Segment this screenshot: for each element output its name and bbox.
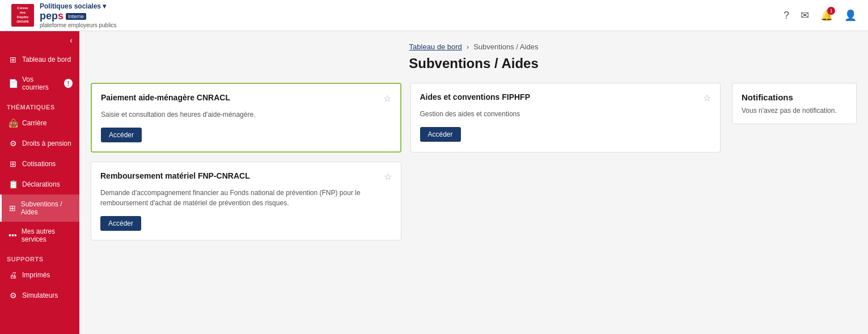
tableau-icon: ⊞ — [9, 55, 18, 64]
star-icon[interactable]: ☆ — [384, 171, 392, 182]
card-description: Gestion des aides et conventions — [420, 109, 712, 119]
cards-container: Paiement aide-ménagère CNRACL ☆ Saisie e… — [91, 83, 721, 240]
peps-logo-top: Politiques sociales ▾ — [40, 2, 117, 10]
peps-brand: peps Interne — [40, 10, 117, 22]
card-header: Paiement aide-ménagère CNRACL ☆ — [101, 93, 391, 104]
sidebar-collapse-btn[interactable]: ‹ — [0, 31, 79, 49]
breadcrumb: Tableau de bord › Subventions / Aides — [91, 43, 857, 51]
courriers-badge: ! — [64, 79, 73, 88]
sidebar-label: Simulateurs — [22, 291, 58, 299]
sidebar-label: Carrière — [22, 119, 46, 127]
notifications-title: Notifications — [742, 92, 847, 102]
header-logo-area: CaissedesDépôtsGROUPE Politiques sociale… — [11, 2, 117, 28]
star-icon[interactable]: ☆ — [703, 92, 711, 103]
content-main: Paiement aide-ménagère CNRACL ☆ Saisie e… — [91, 83, 857, 240]
peps-text: peps — [40, 10, 63, 22]
sidebar-label: Déclarations — [22, 180, 60, 188]
cotisations-icon: ⊞ — [9, 159, 18, 168]
card-description: Demande d'accompagnement financier au Fo… — [100, 188, 392, 208]
breadcrumb-home[interactable]: Tableau de bord — [409, 43, 462, 51]
header-icons: ? ✉ 🔔 1 👤 — [784, 9, 857, 22]
sidebar-item-simulateurs[interactable]: ⚙ Simulateurs — [0, 285, 79, 306]
sidebar-item-autres-services[interactable]: ••• Mes autres services — [0, 222, 79, 249]
peps-logo-area: Politiques sociales ▾ peps Interne plate… — [40, 2, 117, 28]
sidebar-item-cotisations[interactable]: ⊞ Cotisations — [0, 154, 79, 174]
section-supports: Supports — [0, 249, 79, 265]
user-icon[interactable]: 👤 — [844, 9, 857, 22]
card-paiement-aide-menagere: Paiement aide-ménagère CNRACL ☆ Saisie e… — [91, 83, 401, 153]
sidebar-item-droits-pension[interactable]: ⚙ Droits à pension — [0, 133, 79, 154]
sidebar-label: Subventions / Aides — [21, 200, 73, 216]
bell-icon[interactable]: 🔔 1 — [820, 9, 833, 22]
collapse-icon: ‹ — [70, 36, 73, 45]
card-title: Paiement aide-ménagère CNRACL — [101, 93, 383, 102]
sidebar: ‹ ⊞ Tableau de bord 📄 Vos courriers ! Th… — [0, 31, 79, 334]
sidebar-item-vos-courriers[interactable]: 📄 Vos courriers ! — [0, 70, 79, 97]
interne-badge: Interne — [66, 13, 86, 20]
declarations-icon: 📋 — [9, 180, 18, 189]
notifications-empty: Vous n'avez pas de notification. — [742, 107, 847, 115]
acceder-btn-paiement[interactable]: Accéder — [101, 128, 142, 142]
politiques-link[interactable]: Politiques sociales ▾ — [40, 2, 106, 10]
breadcrumb-separator: › — [467, 43, 469, 51]
star-icon[interactable]: ☆ — [383, 93, 391, 104]
help-icon[interactable]: ? — [784, 10, 789, 22]
cdc-logo: CaissedesDépôtsGROUPE — [11, 4, 34, 27]
simulateurs-icon: ⚙ — [9, 291, 18, 300]
sidebar-label: Droits à pension — [22, 139, 71, 147]
cards-grid: Paiement aide-ménagère CNRACL ☆ Saisie e… — [91, 83, 721, 240]
sidebar-label: Mes autres services — [22, 227, 73, 243]
sidebar-item-tableau-de-bord[interactable]: ⊞ Tableau de bord — [0, 49, 79, 70]
notifications-panel: Notifications Vous n'avez pas de notific… — [732, 83, 857, 124]
card-title: Remboursement matériel FNP-CNRACL — [100, 171, 384, 180]
sidebar-label: Vos courriers — [22, 75, 60, 91]
breadcrumb-current: Subventions / Aides — [473, 43, 538, 51]
card-header: Aides et conventions FIPHFP ☆ — [420, 92, 712, 103]
card-aides-conventions: Aides et conventions FIPHFP ☆ Gestion de… — [410, 83, 721, 153]
sidebar-item-subventions[interactable]: ⊞ Subventions / Aides — [0, 195, 79, 222]
droits-icon: ⚙ — [9, 139, 18, 148]
card-title: Aides et conventions FIPHFP — [420, 92, 704, 102]
acceder-btn-remboursement[interactable]: Accéder — [100, 216, 141, 231]
sidebar-label: Cotisations — [22, 160, 56, 168]
card-description: Saisie et consultation des heures d'aide… — [101, 109, 391, 120]
top-header: CaissedesDépôtsGROUPE Politiques sociale… — [0, 0, 868, 31]
subventions-icon: ⊞ — [9, 204, 16, 213]
card-header: Remboursement matériel FNP-CNRACL ☆ — [100, 171, 392, 182]
page-title: Subventions / Aides — [91, 56, 857, 71]
carriere-icon: 👜 — [9, 119, 18, 128]
card-remboursement-materiel: Remboursement matériel FNP-CNRACL ☆ Dema… — [91, 162, 401, 240]
acceder-btn-aides[interactable]: Accéder — [420, 127, 461, 142]
main-layout: ‹ ⊞ Tableau de bord 📄 Vos courriers ! Th… — [0, 31, 868, 334]
sidebar-label: Imprimés — [22, 271, 50, 279]
courriers-icon: 📄 — [9, 79, 18, 88]
sidebar-item-imprimes[interactable]: 🖨 Imprimés — [0, 265, 79, 285]
peps-subtitle: plateforme employeurs publics — [40, 22, 117, 28]
imprimes-icon: 🖨 — [9, 270, 18, 280]
autres-icon: ••• — [9, 231, 17, 240]
notification-count: 1 — [827, 7, 835, 15]
mail-icon[interactable]: ✉ — [801, 9, 809, 22]
sidebar-label: Tableau de bord — [22, 56, 71, 64]
sidebar-item-carriere[interactable]: 👜 Carrière — [0, 113, 79, 133]
section-thematiques: Thématiques — [0, 97, 79, 113]
sidebar-item-declarations[interactable]: 📋 Déclarations — [0, 174, 79, 195]
content-area: Tableau de bord › Subventions / Aides Su… — [79, 31, 868, 334]
